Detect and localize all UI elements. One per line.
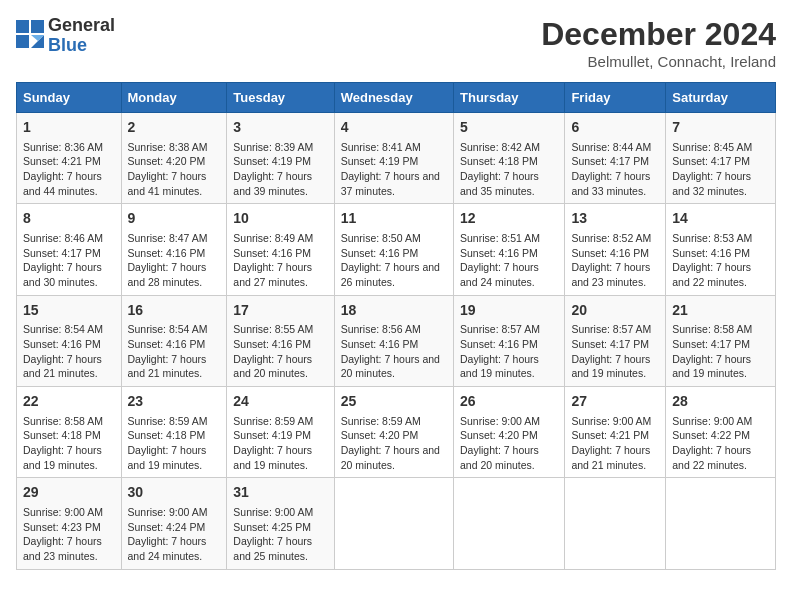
- day-cell: 5Sunrise: 8:42 AMSunset: 4:18 PMDaylight…: [454, 113, 565, 204]
- day-detail: Sunrise: 8:53 AMSunset: 4:16 PMDaylight:…: [672, 231, 769, 290]
- day-cell: 18Sunrise: 8:56 AMSunset: 4:16 PMDayligh…: [334, 295, 453, 386]
- day-number: 10: [233, 209, 327, 229]
- day-number: 28: [672, 392, 769, 412]
- day-number: 29: [23, 483, 115, 503]
- day-cell: 12Sunrise: 8:51 AMSunset: 4:16 PMDayligh…: [454, 204, 565, 295]
- day-cell: 1Sunrise: 8:36 AMSunset: 4:21 PMDaylight…: [17, 113, 122, 204]
- calendar-body: 1Sunrise: 8:36 AMSunset: 4:21 PMDaylight…: [17, 113, 776, 570]
- header-cell-tuesday: Tuesday: [227, 83, 334, 113]
- day-detail: Sunrise: 8:52 AMSunset: 4:16 PMDaylight:…: [571, 231, 659, 290]
- day-detail: Sunrise: 8:42 AMSunset: 4:18 PMDaylight:…: [460, 140, 558, 199]
- day-detail: Sunrise: 8:58 AMSunset: 4:18 PMDaylight:…: [23, 414, 115, 473]
- week-row-5: 29Sunrise: 9:00 AMSunset: 4:23 PMDayligh…: [17, 478, 776, 569]
- title-area: December 2024 Belmullet, Connacht, Irela…: [541, 16, 776, 70]
- day-number: 5: [460, 118, 558, 138]
- day-number: 2: [128, 118, 221, 138]
- week-row-2: 8Sunrise: 8:46 AMSunset: 4:17 PMDaylight…: [17, 204, 776, 295]
- day-cell: 7Sunrise: 8:45 AMSunset: 4:17 PMDaylight…: [666, 113, 776, 204]
- day-number: 14: [672, 209, 769, 229]
- day-cell: [666, 478, 776, 569]
- day-number: 20: [571, 301, 659, 321]
- day-cell: 16Sunrise: 8:54 AMSunset: 4:16 PMDayligh…: [121, 295, 227, 386]
- day-detail: Sunrise: 9:00 AMSunset: 4:24 PMDaylight:…: [128, 505, 221, 564]
- day-detail: Sunrise: 8:46 AMSunset: 4:17 PMDaylight:…: [23, 231, 115, 290]
- header-cell-sunday: Sunday: [17, 83, 122, 113]
- day-detail: Sunrise: 8:59 AMSunset: 4:19 PMDaylight:…: [233, 414, 327, 473]
- day-cell: 28Sunrise: 9:00 AMSunset: 4:22 PMDayligh…: [666, 387, 776, 478]
- header-cell-friday: Friday: [565, 83, 666, 113]
- main-title: December 2024: [541, 16, 776, 53]
- day-detail: Sunrise: 8:57 AMSunset: 4:16 PMDaylight:…: [460, 322, 558, 381]
- svg-rect-1: [31, 20, 44, 33]
- calendar-header: SundayMondayTuesdayWednesdayThursdayFrid…: [17, 83, 776, 113]
- header-cell-monday: Monday: [121, 83, 227, 113]
- day-detail: Sunrise: 8:36 AMSunset: 4:21 PMDaylight:…: [23, 140, 115, 199]
- week-row-3: 15Sunrise: 8:54 AMSunset: 4:16 PMDayligh…: [17, 295, 776, 386]
- page-header: General Blue December 2024 Belmullet, Co…: [16, 16, 776, 70]
- day-detail: Sunrise: 8:54 AMSunset: 4:16 PMDaylight:…: [128, 322, 221, 381]
- day-number: 7: [672, 118, 769, 138]
- day-detail: Sunrise: 8:47 AMSunset: 4:16 PMDaylight:…: [128, 231, 221, 290]
- day-number: 12: [460, 209, 558, 229]
- day-detail: Sunrise: 8:54 AMSunset: 4:16 PMDaylight:…: [23, 322, 115, 381]
- day-detail: Sunrise: 8:58 AMSunset: 4:17 PMDaylight:…: [672, 322, 769, 381]
- day-number: 15: [23, 301, 115, 321]
- logo-text: General Blue: [48, 16, 115, 56]
- day-number: 24: [233, 392, 327, 412]
- day-cell: 25Sunrise: 8:59 AMSunset: 4:20 PMDayligh…: [334, 387, 453, 478]
- day-cell: 31Sunrise: 9:00 AMSunset: 4:25 PMDayligh…: [227, 478, 334, 569]
- day-cell: [565, 478, 666, 569]
- week-row-4: 22Sunrise: 8:58 AMSunset: 4:18 PMDayligh…: [17, 387, 776, 478]
- day-cell: 13Sunrise: 8:52 AMSunset: 4:16 PMDayligh…: [565, 204, 666, 295]
- day-detail: Sunrise: 8:45 AMSunset: 4:17 PMDaylight:…: [672, 140, 769, 199]
- day-cell: 19Sunrise: 8:57 AMSunset: 4:16 PMDayligh…: [454, 295, 565, 386]
- day-number: 8: [23, 209, 115, 229]
- day-cell: 29Sunrise: 9:00 AMSunset: 4:23 PMDayligh…: [17, 478, 122, 569]
- day-cell: 20Sunrise: 8:57 AMSunset: 4:17 PMDayligh…: [565, 295, 666, 386]
- day-cell: 22Sunrise: 8:58 AMSunset: 4:18 PMDayligh…: [17, 387, 122, 478]
- calendar-table: SundayMondayTuesdayWednesdayThursdayFrid…: [16, 82, 776, 570]
- day-number: 3: [233, 118, 327, 138]
- header-cell-wednesday: Wednesday: [334, 83, 453, 113]
- day-detail: Sunrise: 8:41 AMSunset: 4:19 PMDaylight:…: [341, 140, 447, 199]
- svg-rect-2: [16, 35, 29, 48]
- day-cell: 11Sunrise: 8:50 AMSunset: 4:16 PMDayligh…: [334, 204, 453, 295]
- day-detail: Sunrise: 8:57 AMSunset: 4:17 PMDaylight:…: [571, 322, 659, 381]
- header-cell-saturday: Saturday: [666, 83, 776, 113]
- day-cell: 17Sunrise: 8:55 AMSunset: 4:16 PMDayligh…: [227, 295, 334, 386]
- day-detail: Sunrise: 8:59 AMSunset: 4:20 PMDaylight:…: [341, 414, 447, 473]
- day-detail: Sunrise: 9:00 AMSunset: 4:25 PMDaylight:…: [233, 505, 327, 564]
- day-cell: 14Sunrise: 8:53 AMSunset: 4:16 PMDayligh…: [666, 204, 776, 295]
- day-detail: Sunrise: 8:44 AMSunset: 4:17 PMDaylight:…: [571, 140, 659, 199]
- header-row: SundayMondayTuesdayWednesdayThursdayFrid…: [17, 83, 776, 113]
- week-row-1: 1Sunrise: 8:36 AMSunset: 4:21 PMDaylight…: [17, 113, 776, 204]
- header-cell-thursday: Thursday: [454, 83, 565, 113]
- day-cell: 2Sunrise: 8:38 AMSunset: 4:20 PMDaylight…: [121, 113, 227, 204]
- day-detail: Sunrise: 8:50 AMSunset: 4:16 PMDaylight:…: [341, 231, 447, 290]
- day-cell: 6Sunrise: 8:44 AMSunset: 4:17 PMDaylight…: [565, 113, 666, 204]
- day-number: 17: [233, 301, 327, 321]
- logo-general: General: [48, 16, 115, 36]
- day-cell: 4Sunrise: 8:41 AMSunset: 4:19 PMDaylight…: [334, 113, 453, 204]
- day-cell: [334, 478, 453, 569]
- day-cell: 15Sunrise: 8:54 AMSunset: 4:16 PMDayligh…: [17, 295, 122, 386]
- day-number: 18: [341, 301, 447, 321]
- day-cell: 9Sunrise: 8:47 AMSunset: 4:16 PMDaylight…: [121, 204, 227, 295]
- day-detail: Sunrise: 8:55 AMSunset: 4:16 PMDaylight:…: [233, 322, 327, 381]
- day-cell: 21Sunrise: 8:58 AMSunset: 4:17 PMDayligh…: [666, 295, 776, 386]
- day-number: 16: [128, 301, 221, 321]
- day-detail: Sunrise: 9:00 AMSunset: 4:23 PMDaylight:…: [23, 505, 115, 564]
- day-cell: 10Sunrise: 8:49 AMSunset: 4:16 PMDayligh…: [227, 204, 334, 295]
- day-number: 13: [571, 209, 659, 229]
- day-detail: Sunrise: 8:39 AMSunset: 4:19 PMDaylight:…: [233, 140, 327, 199]
- logo: General Blue: [16, 16, 115, 56]
- day-number: 23: [128, 392, 221, 412]
- day-detail: Sunrise: 8:38 AMSunset: 4:20 PMDaylight:…: [128, 140, 221, 199]
- day-number: 11: [341, 209, 447, 229]
- day-cell: [454, 478, 565, 569]
- day-number: 21: [672, 301, 769, 321]
- day-cell: 24Sunrise: 8:59 AMSunset: 4:19 PMDayligh…: [227, 387, 334, 478]
- day-number: 27: [571, 392, 659, 412]
- day-number: 6: [571, 118, 659, 138]
- day-number: 1: [23, 118, 115, 138]
